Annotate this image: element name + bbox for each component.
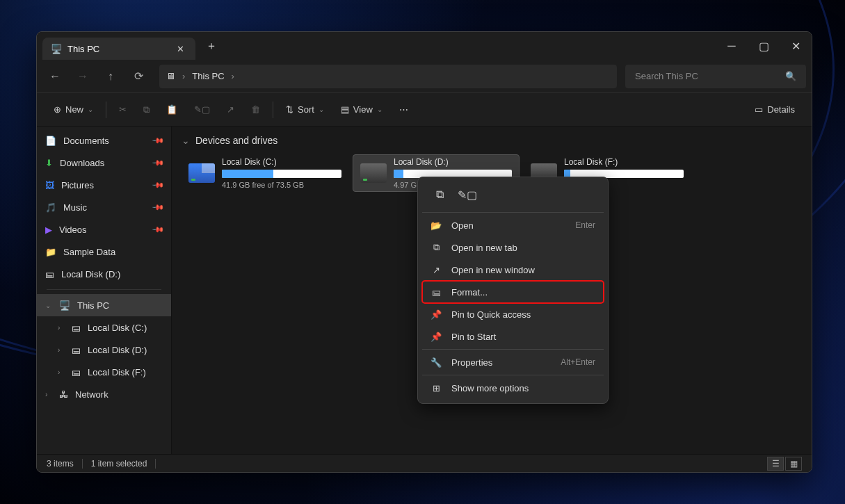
plus-circle-icon: ⊕ bbox=[54, 104, 61, 115]
chevron-right-icon: › bbox=[45, 391, 52, 398]
close-window-button[interactable]: ✕ bbox=[780, 32, 812, 60]
drive-icon: 🖴 bbox=[45, 269, 54, 279]
sidebar-item-pictures[interactable]: 🖼Pictures📌 bbox=[37, 174, 171, 196]
sidebar-item-music[interactable]: 🎵Music📌 bbox=[37, 196, 171, 218]
chevron-down-icon: ⌄ bbox=[319, 106, 324, 113]
ctx-open-tab[interactable]: ⧉Open in new tab bbox=[422, 236, 604, 259]
section-title: Devices and drives bbox=[195, 135, 277, 146]
tile-view-button[interactable]: ▦ bbox=[785, 457, 802, 471]
ctx-properties[interactable]: 🔧PropertiesAlt+Enter bbox=[422, 351, 604, 373]
navbar: ← → ↑ ⟳ 🖥 › This PC › Search This PC 🔍 bbox=[37, 60, 812, 93]
tab-icon: ⧉ bbox=[430, 242, 442, 253]
sidebar-label: Documents bbox=[63, 136, 109, 146]
search-box[interactable]: Search This PC 🔍 bbox=[625, 65, 806, 88]
ctx-label: Show more options bbox=[451, 383, 529, 393]
network-icon: 🖧 bbox=[59, 389, 68, 400]
sidebar-item-documents[interactable]: 📄Documents📌 bbox=[37, 129, 171, 152]
new-button[interactable]: ⊕ New ⌄ bbox=[47, 98, 100, 122]
rename-icon: ✎▢ bbox=[458, 188, 477, 202]
sidebar-label: Sample Data bbox=[63, 247, 115, 257]
this-pc-icon: 🖥️ bbox=[51, 44, 62, 54]
trash-icon: 🗑 bbox=[251, 104, 260, 115]
sidebar-label: Local Disk (C:) bbox=[88, 323, 147, 333]
this-pc-icon: 🖥️ bbox=[59, 300, 70, 311]
view-button[interactable]: ▤ View ⌄ bbox=[334, 98, 389, 122]
ctx-shortcut: Alt+Enter bbox=[561, 357, 595, 367]
ctx-open[interactable]: 📂OpenEnter bbox=[422, 214, 604, 236]
ctx-copy-button[interactable]: ⧉ bbox=[428, 184, 451, 205]
sidebar-label: Network bbox=[75, 389, 108, 400]
forward-button: → bbox=[70, 64, 95, 89]
drive-icon: 🖴 bbox=[72, 345, 81, 355]
ctx-open-window[interactable]: ↗Open in new window bbox=[422, 259, 604, 281]
refresh-button[interactable]: ⟳ bbox=[126, 64, 151, 89]
sidebar-label: Local Disk (F:) bbox=[88, 367, 146, 377]
breadcrumb-chevron-icon: › bbox=[232, 71, 234, 81]
drive-name: Local Disk (D:) bbox=[394, 157, 512, 167]
breadcrumb-location[interactable]: This PC bbox=[192, 71, 224, 81]
drive-icon: 🖴 bbox=[72, 323, 81, 333]
sidebar-item-downloads[interactable]: ⬇Downloads📌 bbox=[37, 152, 171, 174]
sidebar-item-drive-f[interactable]: ›🖴Local Disk (F:) bbox=[37, 361, 171, 383]
address-bar[interactable]: 🖥 › This PC › bbox=[159, 65, 617, 88]
copy-button: ⧉ bbox=[136, 98, 156, 122]
sidebar-item-videos[interactable]: ▶Videos📌 bbox=[37, 218, 171, 241]
drive-name: Local Disk (F:) bbox=[564, 157, 684, 167]
share-button: ↗ bbox=[220, 98, 241, 122]
titlebar: 🖥️ This PC ✕ ＋ ─ ▢ ✕ bbox=[37, 32, 812, 60]
ctx-pin-start[interactable]: 📌Pin to Start bbox=[422, 325, 604, 348]
pin-icon: 📌 bbox=[151, 133, 164, 147]
paste-icon: 📋 bbox=[166, 104, 177, 115]
drive-c[interactable]: Local Disk (C:) 41.9 GB free of 73.5 GB bbox=[182, 154, 348, 192]
ctx-more-options[interactable]: ⊞Show more options bbox=[422, 377, 604, 399]
chevron-down-icon: ⌄ bbox=[88, 106, 93, 113]
details-icon: ▭ bbox=[755, 104, 763, 115]
ctx-label: Pin to Start bbox=[451, 332, 496, 342]
ctx-label: Pin to Quick access bbox=[451, 309, 531, 320]
videos-icon: ▶ bbox=[45, 225, 52, 235]
pin-icon: 📌 bbox=[430, 332, 442, 342]
breadcrumb-chevron-icon: › bbox=[182, 71, 185, 81]
sidebar-item-network[interactable]: ›🖧Network bbox=[37, 383, 171, 405]
chevron-down-icon: ⌄ bbox=[182, 135, 190, 146]
sidebar-item-this-pc[interactable]: ⌄🖥️This PC bbox=[37, 294, 171, 316]
sidebar-item-drive-d[interactable]: ›🖴Local Disk (D:) bbox=[37, 339, 171, 361]
sidebar-label: Downloads bbox=[60, 158, 104, 168]
toolbar: ⊕ New ⌄ ✂ ⧉ 📋 ✎▢ ↗ 🗑 ⇅ Sort ⌄ ▤ View ⌄ ⋯… bbox=[37, 93, 812, 127]
new-tab-button[interactable]: ＋ bbox=[201, 35, 222, 56]
minimize-button[interactable]: ─ bbox=[716, 32, 748, 60]
drive-icon bbox=[188, 163, 215, 183]
cut-button: ✂ bbox=[112, 98, 134, 122]
details-pane-button[interactable]: ▭ Details bbox=[748, 98, 802, 122]
sidebar-item-local-disk-d[interactable]: 🖴Local Disk (D:) bbox=[37, 263, 171, 285]
ctx-label: Open in new tab bbox=[451, 243, 517, 253]
monitor-icon: 🖥 bbox=[166, 71, 175, 81]
pictures-icon: 🖼 bbox=[45, 180, 54, 190]
tab-close-button[interactable]: ✕ bbox=[173, 42, 187, 56]
context-menu: ⧉ ✎▢ 📂OpenEnter ⧉Open in new tab ↗Open i… bbox=[417, 177, 609, 404]
sort-button[interactable]: ⇅ Sort ⌄ bbox=[279, 98, 331, 122]
tab-this-pc[interactable]: 🖥️ This PC ✕ bbox=[42, 38, 195, 60]
sidebar-item-drive-c[interactable]: ›🖴Local Disk (C:) bbox=[37, 316, 171, 339]
sidebar-label: This PC bbox=[77, 300, 109, 311]
drive-icon: 🖴 bbox=[72, 367, 81, 377]
copy-icon: ⧉ bbox=[143, 104, 150, 115]
statusbar: 3 items 1 item selected ☰ ▦ bbox=[37, 454, 812, 472]
ctx-pin-quick[interactable]: 📌Pin to Quick access bbox=[422, 303, 604, 325]
ellipsis-icon: ⋯ bbox=[399, 104, 408, 115]
ctx-format[interactable]: 🖴Format... bbox=[422, 281, 604, 303]
sidebar-item-sample-data[interactable]: 📁Sample Data bbox=[37, 241, 171, 263]
up-button[interactable]: ↑ bbox=[98, 64, 123, 89]
details-label: Details bbox=[767, 104, 795, 115]
window-icon: ↗ bbox=[430, 265, 442, 275]
back-button[interactable]: ← bbox=[42, 64, 67, 89]
copy-icon: ⧉ bbox=[436, 188, 444, 201]
chevron-down-icon: ⌄ bbox=[377, 106, 383, 113]
more-button[interactable]: ⋯ bbox=[392, 98, 415, 122]
maximize-button[interactable]: ▢ bbox=[748, 32, 780, 60]
window-controls: ─ ▢ ✕ bbox=[716, 32, 812, 60]
chevron-right-icon: › bbox=[58, 324, 65, 332]
ctx-rename-button[interactable]: ✎▢ bbox=[456, 184, 479, 205]
list-view-button[interactable]: ☰ bbox=[767, 457, 784, 471]
section-header[interactable]: ⌄ Devices and drives bbox=[172, 127, 812, 154]
